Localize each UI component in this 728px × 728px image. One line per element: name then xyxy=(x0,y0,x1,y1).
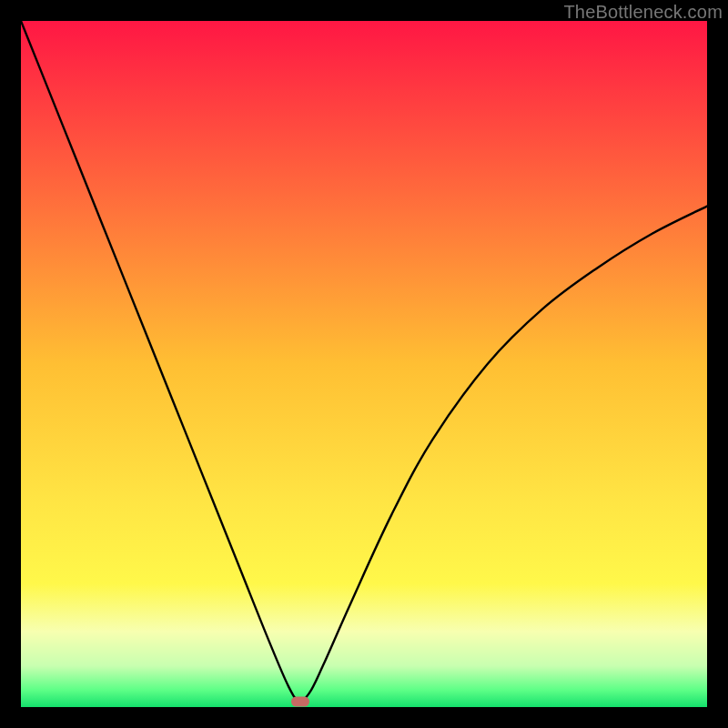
plot-area xyxy=(21,21,707,707)
watermark-text: TheBottleneck.com xyxy=(563,2,723,23)
bottleneck-curve xyxy=(21,21,707,707)
optimal-point-marker xyxy=(291,696,309,706)
